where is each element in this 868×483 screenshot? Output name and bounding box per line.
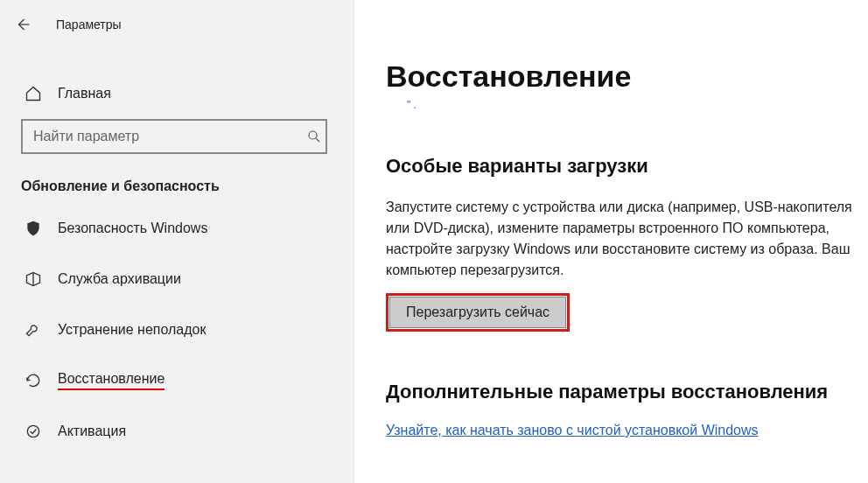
sidebar-item-recovery[interactable]: Восстановление bbox=[0, 355, 354, 406]
sidebar-item-label: Устранение неполадок bbox=[58, 322, 206, 338]
fresh-start-link[interactable]: Узнайте, как начать заново с чистой уста… bbox=[386, 423, 759, 438]
shield-icon bbox=[24, 220, 42, 237]
highlight-box: Перезагрузить сейчас bbox=[386, 293, 570, 332]
back-button[interactable] bbox=[10, 12, 35, 37]
main-content: Восстановление " . Особые варианты загру… bbox=[354, 0, 868, 483]
svg-line-2 bbox=[316, 138, 319, 142]
window-title: Параметры bbox=[56, 18, 122, 32]
wrench-icon bbox=[24, 321, 42, 339]
backup-icon bbox=[24, 270, 42, 288]
sidebar-item-label: Восстановление bbox=[58, 371, 164, 390]
home-icon bbox=[24, 85, 42, 102]
svg-point-3 bbox=[27, 425, 38, 437]
subtitle-decoration: " . bbox=[407, 99, 868, 111]
sidebar: Параметры Главная Обновление и безопасно… bbox=[0, 0, 354, 483]
category-title: Обновление и безопасность bbox=[21, 178, 332, 194]
sidebar-item-security[interactable]: Безопасность Windows bbox=[0, 203, 354, 254]
section-title-more-options: Дополнительные параметры восстановления bbox=[386, 381, 868, 403]
search-wrap bbox=[21, 119, 332, 154]
restart-now-button[interactable]: Перезагрузить сейчас bbox=[389, 297, 566, 328]
search-input[interactable] bbox=[21, 119, 327, 154]
sidebar-item-backup[interactable]: Служба архивации bbox=[0, 254, 354, 304]
window-header: Параметры bbox=[0, 0, 354, 44]
nav-home[interactable]: Главная bbox=[0, 75, 354, 112]
sidebar-item-label: Безопасность Windows bbox=[58, 220, 207, 236]
activation-icon bbox=[24, 423, 42, 440]
back-arrow-icon bbox=[15, 17, 31, 32]
nav-home-label: Главная bbox=[58, 86, 111, 102]
sidebar-item-activation[interactable]: Активация bbox=[0, 406, 354, 457]
recovery-icon bbox=[24, 372, 42, 389]
sidebar-item-troubleshoot[interactable]: Устранение неполадок bbox=[0, 304, 354, 355]
section-title-advanced-startup: Особые варианты загрузки bbox=[386, 155, 868, 178]
svg-point-1 bbox=[309, 131, 317, 139]
sidebar-item-label: Активация bbox=[58, 424, 126, 439]
sidebar-item-label: Служба архивации bbox=[58, 271, 181, 287]
section-text-advanced-startup: Запустите систему с устройства или диска… bbox=[386, 197, 858, 281]
sidebar-menu: Безопасность Windows Служба архивации Ус… bbox=[0, 203, 354, 457]
search-icon bbox=[306, 129, 322, 144]
page-title: Восстановление bbox=[386, 60, 868, 94]
